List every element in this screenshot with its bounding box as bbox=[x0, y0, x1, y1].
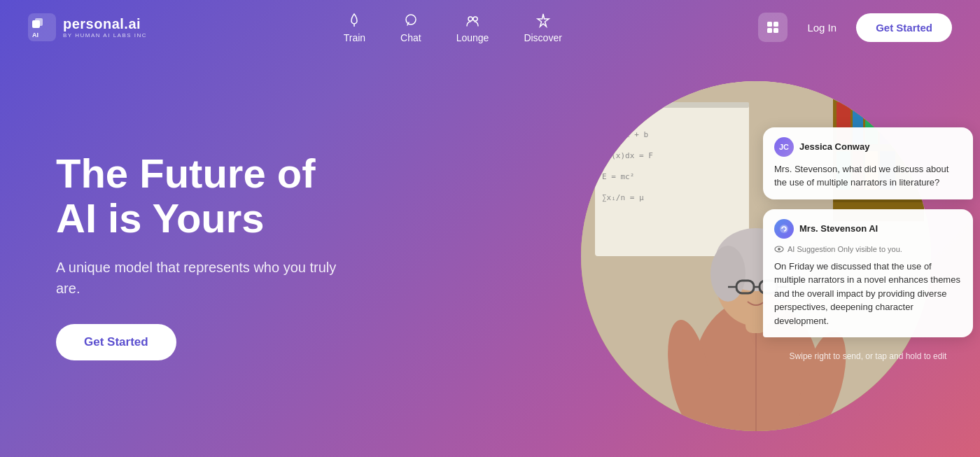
svg-rect-8 bbox=[767, 22, 772, 27]
svg-rect-11 bbox=[774, 28, 778, 33]
logo-icon: AI bbox=[28, 13, 56, 41]
hero-subtitle: A unique model that represents who you t… bbox=[56, 257, 350, 299]
ai-bubble: Mrs. Stevenson AI AI Suggestion Only vis… bbox=[763, 209, 973, 338]
svg-text:y = mx + b: y = mx + b bbox=[602, 130, 648, 139]
svg-point-44 bbox=[780, 225, 788, 233]
train-icon bbox=[346, 12, 363, 29]
nav-item-chat[interactable]: Chat bbox=[400, 12, 421, 43]
get-started-header-button[interactable]: Get Started bbox=[856, 13, 952, 42]
main-content: The Future of AI is Yours A unique model… bbox=[0, 55, 980, 457]
user-message: Mrs. Stevenson, what did we discuss abou… bbox=[774, 162, 962, 190]
svg-point-7 bbox=[473, 17, 477, 21]
user-bubble: JC Jessica Conway Mrs. Stevenson, what d… bbox=[763, 127, 973, 199]
svg-text:E = mc²: E = mc² bbox=[602, 172, 634, 181]
logo-text: personal.ai BY HUMAN AI LABS INC bbox=[63, 17, 147, 38]
ai-message: On Friday we discussed that the use of m… bbox=[774, 260, 962, 328]
svg-text:∑xᵢ/n = μ: ∑xᵢ/n = μ bbox=[602, 193, 644, 202]
hero-section: The Future of AI is Yours A unique model… bbox=[56, 151, 350, 361]
eye-icon bbox=[774, 244, 784, 254]
svg-point-6 bbox=[468, 17, 472, 21]
chat-bubbles-overlay: JC Jessica Conway Mrs. Stevenson, what d… bbox=[763, 127, 973, 362]
logo[interactable]: AI personal.ai BY HUMAN AI LABS INC bbox=[28, 13, 147, 41]
apps-grid-button[interactable] bbox=[758, 13, 788, 42]
ai-suggestion-label: AI Suggestion Only visible to you. bbox=[774, 244, 962, 254]
svg-text:AI: AI bbox=[32, 31, 38, 38]
hero-title: The Future of AI is Yours bbox=[56, 151, 350, 241]
svg-point-5 bbox=[406, 15, 416, 24]
nav-item-discover[interactable]: Discover bbox=[524, 12, 561, 43]
svg-point-46 bbox=[778, 248, 780, 251]
svg-rect-2 bbox=[35, 18, 43, 26]
chat-icon bbox=[402, 12, 419, 29]
user-sender: JC Jessica Conway bbox=[774, 137, 962, 157]
main-nav: Train Chat Lounge bbox=[344, 12, 562, 43]
get-started-hero-button[interactable]: Get Started bbox=[56, 324, 176, 360]
ai-sender: Mrs. Stevenson AI bbox=[774, 219, 962, 239]
hero-visual: y = mx + b ∫f(x)dx = F E = mc² ∑xᵢ/n = μ bbox=[532, 57, 980, 456]
header-actions: Log In Get Started bbox=[758, 13, 952, 42]
user-name: Jessica Conway bbox=[799, 141, 869, 152]
header: AI personal.ai BY HUMAN AI LABS INC Trai… bbox=[0, 0, 980, 55]
svg-rect-9 bbox=[774, 22, 778, 27]
svg-rect-14 bbox=[595, 102, 749, 108]
nav-item-train[interactable]: Train bbox=[344, 12, 365, 43]
login-button[interactable]: Log In bbox=[799, 16, 845, 39]
svg-rect-10 bbox=[767, 28, 772, 33]
lounge-icon bbox=[464, 12, 481, 29]
discover-icon bbox=[535, 12, 552, 29]
ai-avatar bbox=[774, 219, 794, 239]
ai-name: Mrs. Stevenson AI bbox=[799, 223, 878, 234]
grid-icon bbox=[765, 20, 780, 35]
swipe-hint: Swipe right to send, or tap and hold to … bbox=[763, 351, 973, 361]
nav-item-lounge[interactable]: Lounge bbox=[456, 12, 489, 43]
user-avatar: JC bbox=[774, 137, 794, 157]
svg-text:∫f(x)dx = F: ∫f(x)dx = F bbox=[602, 151, 653, 160]
